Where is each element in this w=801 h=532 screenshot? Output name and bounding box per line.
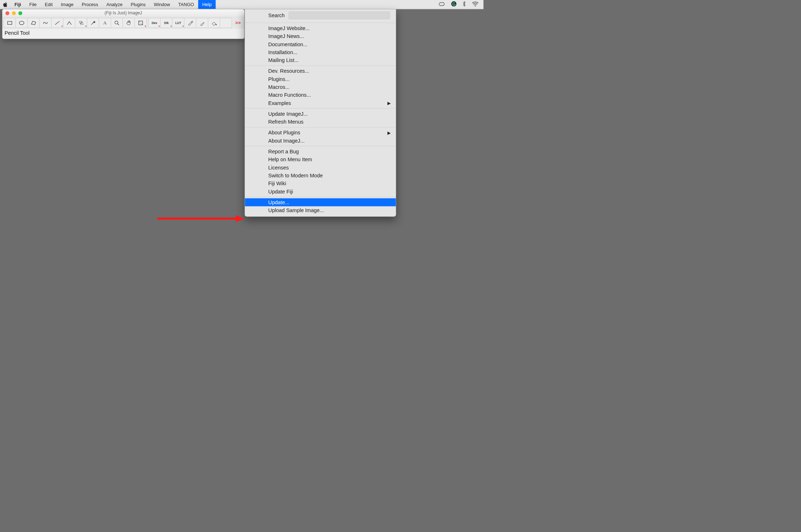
paintbrush-tool[interactable] <box>196 18 208 28</box>
angle-tool[interactable] <box>63 18 75 28</box>
help-menu-item-upload-sample-image[interactable]: Upload Sample Image... <box>245 206 396 214</box>
help-menu-item-macro-functions[interactable]: Macro Functions... <box>245 91 396 99</box>
menu-item-label: About Plugins <box>268 130 300 136</box>
help-menu-item-dev-resources[interactable]: Dev. Resources... <box>245 67 396 75</box>
imagej-window: (Fiji Is Just) ImageJ ADevStkLUT>> Penci… <box>2 9 244 39</box>
help-menu-item-refresh-menus[interactable]: Refresh Menus <box>245 118 396 126</box>
svg-point-1 <box>475 6 476 6</box>
more-tools[interactable]: >> <box>234 18 242 28</box>
menu-app-name[interactable]: Fiji <box>10 0 25 9</box>
menu-item-tango[interactable]: TANGO <box>174 0 198 9</box>
help-menu-item-about-plugins[interactable]: About Plugins▶ <box>245 129 396 136</box>
menu-item-analyze[interactable]: Analyze <box>102 0 127 9</box>
help-menu-item-switch-to-modern-mode[interactable]: Switch to Modern Mode <box>245 172 396 179</box>
submenu-chevron-icon: ▶ <box>387 130 391 135</box>
help-menu-item-examples[interactable]: Examples▶ <box>245 99 396 107</box>
dropdown-indicator-icon <box>61 26 63 27</box>
help-menu-item-update-imagej[interactable]: Update ImageJ... <box>245 110 396 118</box>
polygon-tool[interactable] <box>28 18 40 28</box>
wifi-icon[interactable] <box>472 1 478 8</box>
stacks-tool[interactable]: Stk <box>160 18 172 28</box>
menu-item-image[interactable]: Image <box>57 0 77 9</box>
dropdown-indicator-icon <box>182 26 183 27</box>
window-minimize-button[interactable] <box>12 11 16 15</box>
menu-item-label: Update Fiji <box>268 188 293 195</box>
help-menu-item-licenses[interactable]: Licenses <box>245 163 396 171</box>
multipoint-tool[interactable] <box>75 18 87 28</box>
lut-tool[interactable]: LUT <box>172 18 184 28</box>
help-search-input[interactable] <box>289 11 390 19</box>
menu-item-plugins[interactable]: Plugins <box>127 0 150 9</box>
pencil-tool[interactable] <box>184 18 196 28</box>
menu-separator <box>245 197 396 197</box>
menu-separator <box>245 66 396 66</box>
menu-item-file[interactable]: File <box>25 0 40 9</box>
hand-tool-icon <box>126 20 132 26</box>
help-menu-item-imagej-news[interactable]: ImageJ News... <box>245 32 396 40</box>
menu-item-process[interactable]: Process <box>78 0 102 9</box>
magnify-tool[interactable] <box>111 18 123 28</box>
text-tool[interactable]: A <box>99 18 111 28</box>
menu-item-label: Macros... <box>268 84 290 90</box>
help-menu-item-update-fiji[interactable]: Update Fiji <box>245 187 396 195</box>
menu-item-label: Licenses <box>268 164 289 171</box>
menu-item-window[interactable]: Window <box>150 0 174 9</box>
menu-item-label: Macro Functions... <box>268 92 311 98</box>
help-menu-item-installation[interactable]: Installation... <box>245 48 396 56</box>
help-menu-item-mailing-list[interactable]: Mailing List... <box>245 56 396 64</box>
wand-tool-icon <box>90 20 96 26</box>
menubar-right <box>439 1 483 8</box>
window-zoom-button[interactable] <box>18 11 22 15</box>
help-menu-item-imagej-website[interactable]: ImageJ Website... <box>245 24 396 32</box>
menu-item-label: Plugins... <box>268 76 290 82</box>
svg-marker-3 <box>236 215 244 222</box>
apple-logo-icon[interactable] <box>0 2 10 8</box>
grammarly-icon[interactable] <box>451 1 457 8</box>
help-menu-item-fiji-wiki[interactable]: Fiji Wiki <box>245 179 396 187</box>
menu-separator <box>245 108 396 109</box>
creative-cloud-icon[interactable] <box>439 1 445 7</box>
freehand-tool[interactable] <box>39 18 52 28</box>
menu-item-help[interactable]: Help <box>198 0 216 9</box>
submenu-chevron-icon: ▶ <box>387 100 391 105</box>
dropdown-indicator-icon <box>158 26 160 27</box>
help-dropdown-menu: Search ImageJ Website...ImageJ News...Do… <box>245 9 396 216</box>
help-menu-item-report-a-bug[interactable]: Report a Bug <box>245 148 396 155</box>
help-menu-item-plugins[interactable]: Plugins... <box>245 75 396 83</box>
imagej-title: (Fiji Is Just) ImageJ <box>105 11 142 16</box>
dropdown-indicator-icon <box>170 26 172 27</box>
svg-point-0 <box>451 1 456 6</box>
help-menu-item-about-imagej[interactable]: About ImageJ... <box>245 136 396 144</box>
menu-item-edit[interactable]: Edit <box>41 0 57 9</box>
oval-tool-icon <box>19 20 25 26</box>
help-menu-item-macros[interactable]: Macros... <box>245 83 396 91</box>
flood-fill-tool[interactable] <box>208 18 220 28</box>
color-picker-tool-icon <box>138 20 144 26</box>
imagej-titlebar[interactable]: (Fiji Is Just) ImageJ <box>3 9 244 17</box>
dev-tool[interactable]: Dev <box>148 18 161 28</box>
oval-tool[interactable] <box>15 18 28 28</box>
menu-item-label: Upload Sample Image... <box>268 207 324 214</box>
wand-tool[interactable] <box>87 18 99 28</box>
multipoint-tool-icon <box>78 20 84 26</box>
menu-item-label: Installation... <box>268 49 297 55</box>
help-menu-item-documentation[interactable]: Documentation... <box>245 40 396 48</box>
macos-menubar: Fiji FileEditImageProcessAnalyzePluginsW… <box>0 0 483 9</box>
help-menu-item-update[interactable]: Update... <box>245 198 396 206</box>
menubar-left: Fiji FileEditImageProcessAnalyzePluginsW… <box>0 0 216 9</box>
menu-item-label: Update ImageJ... <box>268 111 307 117</box>
paintbrush-tool-icon <box>199 20 205 26</box>
color-picker-tool[interactable] <box>134 18 147 28</box>
bluetooth-icon[interactable] <box>462 1 466 8</box>
menu-item-label: Examples <box>268 100 291 106</box>
menu-separator <box>245 23 396 23</box>
pencil-tool-icon <box>187 20 193 26</box>
help-menu-item-help-on-menu-item[interactable]: Help on Menu Item <box>245 155 396 163</box>
menu-item-label: Refresh Menus <box>268 119 303 125</box>
window-close-button[interactable] <box>5 11 9 15</box>
line-tool[interactable] <box>51 18 63 28</box>
rectangle-tool[interactable] <box>4 18 16 28</box>
menu-item-label: Dev. Resources... <box>268 68 309 74</box>
empty-tool[interactable] <box>220 18 232 28</box>
hand-tool[interactable] <box>123 18 135 28</box>
